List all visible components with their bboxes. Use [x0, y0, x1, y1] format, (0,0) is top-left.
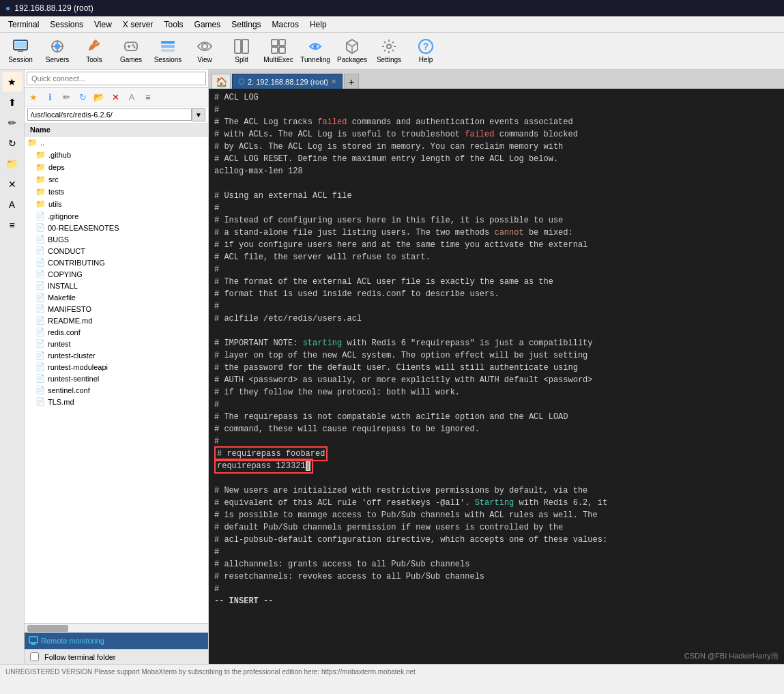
file-list-item[interactable]: 📁..: [25, 136, 208, 149]
follow-terminal-checkbox[interactable]: [30, 652, 39, 661]
file-list-item[interactable]: 📄INSTALL: [25, 280, 208, 291]
file-list-item[interactable]: 📄runtest: [25, 338, 208, 349]
terminal-line: # is possible to manage access to Pub/Su…: [214, 509, 779, 521]
menu-help[interactable]: Help: [304, 18, 332, 31]
terminal-line: # acl-pubsub-default configuration direc…: [214, 534, 779, 546]
file-list-item[interactable]: 📄COPYING: [25, 268, 208, 280]
toolbar-servers[interactable]: Servers: [40, 35, 75, 68]
fp-menu-btn[interactable]: ≡: [141, 89, 156, 104]
fp-folder-btn[interactable]: 📂: [91, 89, 106, 104]
file-name: TLS.md: [48, 398, 74, 406]
toolbar-settings[interactable]: Settings: [371, 35, 407, 68]
menu-sessions[interactable]: Sessions: [44, 18, 89, 31]
file-list-item[interactable]: 📄redis.conf: [25, 326, 208, 338]
sidebar-folder[interactable]: 📁: [3, 154, 22, 173]
terminal-line: requirepass 123321|: [214, 460, 779, 472]
file-list-item[interactable]: 📄README.md: [25, 315, 208, 326]
terminal-line: # command, these will cause requirepass …: [214, 423, 779, 435]
file-list-item[interactable]: 📄.gitignore: [25, 210, 208, 222]
terminal-line: # ACL file, the server will refuse to st…: [214, 251, 779, 263]
toolbar-tools[interactable]: Tools: [76, 35, 112, 68]
file-list-item[interactable]: 📄00-RELEASENOTES: [25, 222, 208, 233]
fp-info-btn[interactable]: ℹ: [42, 89, 57, 104]
fp-delete-btn[interactable]: ✕: [108, 89, 123, 104]
fp-star-btn[interactable]: ★: [26, 89, 41, 104]
file-list-item[interactable]: 📁deps: [25, 161, 208, 173]
terminal-line: # default Pub/Sub channels permission if…: [214, 521, 779, 534]
fp-refresh-btn[interactable]: ↻: [75, 89, 90, 104]
fp-font-btn[interactable]: A: [124, 89, 139, 104]
path-input[interactable]: [27, 109, 192, 121]
sidebar-text[interactable]: A: [3, 195, 22, 214]
menu-xserver[interactable]: X server: [117, 18, 159, 31]
file-list-item[interactable]: 📁src: [25, 173, 208, 186]
toolbar-packages[interactable]: Packages: [334, 35, 370, 68]
file-list-item[interactable]: 📄Makefile: [25, 291, 208, 303]
terminal-line: # AUTH <password> as usually, or more ex…: [214, 374, 779, 386]
toolbar-games[interactable]: Games: [113, 35, 149, 68]
menu-tools[interactable]: Tools: [159, 18, 189, 31]
sidebar-edit[interactable]: ✏: [3, 113, 22, 132]
file-list-item[interactable]: 📁utils: [25, 198, 208, 210]
menu-view[interactable]: View: [89, 18, 117, 31]
toolbar-sessions-btn[interactable]: Sessions: [150, 35, 186, 68]
file-list-item[interactable]: 📄runtest-sentinel: [25, 373, 208, 384]
tab-add-btn[interactable]: +: [344, 74, 359, 89]
hscroll-thumb[interactable]: [27, 625, 68, 632]
sidebar-close[interactable]: ✕: [3, 175, 22, 194]
sidebar-menu[interactable]: ≡: [3, 216, 22, 235]
svg-rect-15: [161, 45, 175, 48]
terminal-line: # format that is used inside redis.conf …: [214, 288, 779, 300]
terminal-line: # Using an external ACL file: [214, 190, 779, 202]
svg-point-28: [387, 44, 391, 48]
path-dropdown-btn[interactable]: ▼: [192, 108, 205, 121]
toolbar-multiexec[interactable]: MultiExec: [261, 35, 296, 68]
toolbar-split[interactable]: Split: [224, 35, 259, 68]
sidebar-upload[interactable]: ⬆: [3, 93, 22, 112]
svg-rect-1: [15, 42, 26, 48]
path-box: ▼: [25, 106, 208, 124]
file-name: runtest: [48, 340, 71, 348]
file-name: .gitignore: [48, 212, 78, 220]
toolbar-view[interactable]: View: [187, 35, 222, 68]
fp-edit-btn[interactable]: ✏: [59, 89, 74, 104]
quick-connect-input[interactable]: [27, 72, 206, 85]
svg-rect-19: [242, 40, 248, 53]
hscrollbar[interactable]: [25, 623, 208, 633]
toolbar-session[interactable]: Session: [3, 35, 38, 68]
menu-settings[interactable]: Settings: [226, 18, 266, 31]
remote-monitoring-label[interactable]: Remote monitoring: [41, 637, 104, 645]
file-list-item[interactable]: 📄CONTRIBUTING: [25, 257, 208, 268]
tunneling-icon: [307, 38, 323, 55]
tab-bar: 🏠 ⬡ 2. 192.168.88.129 (root) ✕ +: [209, 70, 784, 89]
file-name: runtest-sentinel: [48, 375, 99, 383]
terminal-area[interactable]: # ACL LOG## The ACL Log tracks failed co…: [209, 89, 784, 664]
file-list-item[interactable]: 📁tests: [25, 186, 208, 198]
tab-active[interactable]: ⬡ 2. 192.168.88.129 (root) ✕: [232, 74, 343, 89]
menu-macros[interactable]: Macros: [267, 18, 304, 31]
file-list-item[interactable]: 📄runtest-moduleapi: [25, 361, 208, 373]
tab-home-btn[interactable]: 🏠: [212, 74, 231, 89]
terminal-line: acllog-max-len 128: [214, 165, 779, 177]
sidebar-refresh[interactable]: ↻: [3, 134, 22, 153]
tab-close-btn[interactable]: ✕: [331, 78, 336, 85]
menu-games[interactable]: Games: [189, 18, 227, 31]
file-name: utils: [48, 200, 62, 208]
toolbar-help[interactable]: ? Help: [408, 35, 444, 68]
file-list-item[interactable]: 📄runtest-cluster: [25, 349, 208, 361]
file-list-item[interactable]: 📁.github: [25, 149, 208, 161]
menu-terminal[interactable]: Terminal: [3, 18, 44, 31]
terminal-line: #: [214, 202, 779, 214]
window-title: 192.168.88.129 (root): [14, 3, 93, 13]
sidebar-star[interactable]: ★: [3, 72, 22, 91]
toolbar-tunneling[interactable]: Tunneling: [297, 35, 333, 68]
toolbar-settings-label: Settings: [377, 56, 401, 63]
terminal-line: #: [214, 300, 779, 313]
file-list-item[interactable]: 📄CONDUCT: [25, 245, 208, 257]
file-list-item[interactable]: 📄MANIFESTO: [25, 303, 208, 315]
file-list-item[interactable]: 📄sentinel.conf: [25, 384, 208, 396]
file-list-item[interactable]: 📄TLS.md: [25, 396, 208, 407]
terminal-line: # with ACLs. The ACL Log is useful to tr…: [214, 128, 779, 141]
file-list-item[interactable]: 📄BUGS: [25, 233, 208, 245]
file-list[interactable]: 📁..📁.github📁deps📁src📁tests📁utils📄.gitign…: [25, 136, 208, 623]
